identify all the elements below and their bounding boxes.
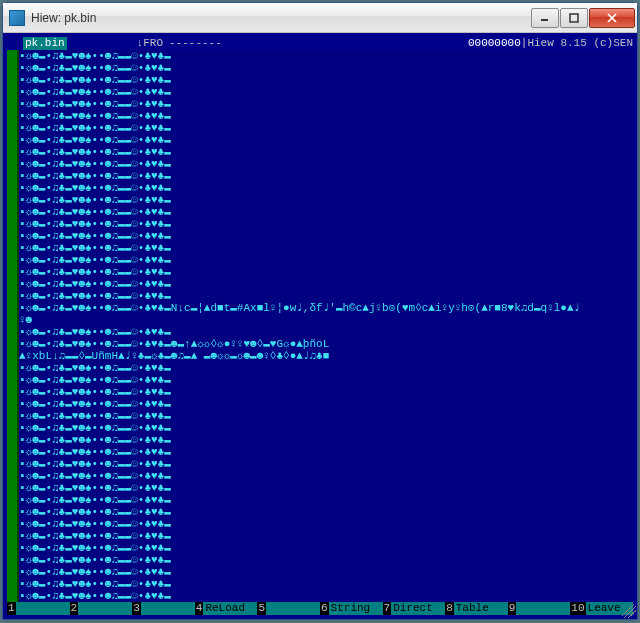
- hex-line: ▪☼☻▬•♫♣▬♥☻♠••☻♫▬▬☺•♣♥♣▬N↓c▬¦▲d■t▬#Ax■l♀¦…: [19, 302, 633, 314]
- hex-line: ▪☼☻▬•♫♣▬♥☻♠••☻♫▬▬☺•♣♥♣▬: [19, 218, 633, 230]
- hex-line: ▪☼☻▬•♫♣▬♥☻♠••☻♫▬▬☺•♣♥♣▬: [19, 446, 633, 458]
- hex-line: ▪☼☻▬•♫♣▬♥☻♠••☻♫▬▬☺•♣♥♣▬: [19, 98, 633, 110]
- hex-line: ▪☼☻▬•♫♣▬♥☻♠••☻♫▬▬☺•♣♥♣▬: [19, 50, 633, 62]
- hex-line: ▪☼☻▬•♫♣▬♥☻♠••☻♫▬▬☺•♣♥♣▬: [19, 470, 633, 482]
- titlebar[interactable]: Hiew: pk.bin: [3, 3, 637, 33]
- status-header: pk.bin ↓FRO -------- 00000000 | Hiew 8.1…: [7, 37, 633, 50]
- hex-line: ▪☼☻▬•♫♣▬♥☻♠••☻♫▬▬☺•♣♥♣▬: [19, 482, 633, 494]
- close-button[interactable]: [589, 8, 635, 28]
- fkey-label: [16, 602, 70, 615]
- hex-line: ▪☼☻▬•♫♣▬♥☻♠••☻♫▬▬☺•♣♥♣▬: [19, 74, 633, 86]
- header-offset: 00000000: [468, 37, 521, 50]
- hex-line: ▪☼☻▬•♫♣▬♥☻♠••☻♫▬▬☺•♣♥♣▬: [19, 170, 633, 182]
- window-title: Hiew: pk.bin: [31, 11, 530, 25]
- hex-line: ▪☼☻▬•♫♣▬♥☻♠••☻♫▬▬☺•♣♥♣▬: [19, 374, 633, 386]
- hex-line: ▪☼☻▬•♫♣▬♥☻♠••☻♫▬▬☺•♣♥♣▬☻▬↑▲☼☼◊☼●♀♀♥☻◊▬♥G…: [19, 338, 633, 350]
- fkey-label: [516, 602, 570, 615]
- hex-line: ▪☼☻▬•♫♣▬♥☻♠••☻♫▬▬☺•♣♥♣▬: [19, 134, 633, 146]
- minimize-button[interactable]: [531, 8, 559, 28]
- close-icon: [607, 13, 617, 23]
- minimize-icon: [540, 13, 550, 23]
- hex-line: ▪☼☻▬•♫♣▬♥☻♠••☻♫▬▬☺•♣♥♣▬: [19, 254, 633, 266]
- fkey-number: 7: [383, 602, 392, 615]
- hex-line: ▪☼☻▬•♫♣▬♥☻♠••☻♫▬▬☺•♣♥♣▬: [19, 494, 633, 506]
- fkey-7[interactable]: 7Direct: [383, 602, 446, 615]
- fkey-9[interactable]: 9: [508, 602, 571, 615]
- hex-line: ▪☼☻▬•♫♣▬♥☻♠••☻♫▬▬☺•♣♥♣▬: [19, 146, 633, 158]
- header-separator: |: [521, 37, 528, 50]
- hex-line: ▪☼☻▬•♫♣▬♥☻♠••☻♫▬▬☺•♣♥♣▬: [19, 590, 633, 602]
- fkey-number: 6: [320, 602, 329, 615]
- hex-line: ▪☼☻▬•♫♣▬♥☻♠••☻♫▬▬☺•♣♥♣▬: [19, 230, 633, 242]
- hex-line: ♀☻: [19, 314, 633, 326]
- header-dashes: --------: [169, 37, 222, 50]
- fkey-4[interactable]: 4ReLoad: [195, 602, 258, 615]
- maximize-button[interactable]: [560, 8, 588, 28]
- maximize-icon: [569, 13, 579, 23]
- fkey-label: [266, 602, 320, 615]
- hex-line: ▪☼☻▬•♫♣▬♥☻♠••☻♫▬▬☺•♣♥♣▬: [19, 290, 633, 302]
- hex-line: ▪☼☻▬•♫♣▬♥☻♠••☻♫▬▬☺•♣♥♣▬: [19, 182, 633, 194]
- fkey-label: String: [329, 602, 383, 615]
- fkey-2[interactable]: 2: [70, 602, 133, 615]
- hex-view-body[interactable]: ▪☼☻▬•♫♣▬♥☻♠••☻♫▬▬☺•♣♥♣▬▪☼☻▬•♫♣▬♥☻♠••☻♫▬▬…: [19, 50, 633, 603]
- fkey-number: 4: [195, 602, 204, 615]
- hex-line: ▪☼☻▬•♫♣▬♥☻♠••☻♫▬▬☺•♣♥♣▬: [19, 242, 633, 254]
- hex-line: ▪☼☻▬•♫♣▬♥☻♠••☻♫▬▬☺•♣♥♣▬: [19, 530, 633, 542]
- hex-line: ▪☼☻▬•♫♣▬♥☻♠••☻♫▬▬☺•♣♥♣▬: [19, 554, 633, 566]
- resize-grip[interactable]: [622, 604, 636, 618]
- fkey-number: 9: [508, 602, 517, 615]
- hex-line: ▪☼☻▬•♫♣▬♥☻♠••☻♫▬▬☺•♣♥♣▬: [19, 434, 633, 446]
- hex-line: ▪☼☻▬•♫♣▬♥☻♠••☻♫▬▬☺•♣♥♣▬: [19, 122, 633, 134]
- window-buttons: [530, 8, 635, 28]
- hex-line: ▪☼☻▬•♫♣▬♥☻♠••☻♫▬▬☺•♣♥♣▬: [19, 326, 633, 338]
- fkey-number: 2: [70, 602, 79, 615]
- hex-line: ▪☼☻▬•♫♣▬♥☻♠••☻♫▬▬☺•♣♥♣▬: [19, 506, 633, 518]
- hex-line: ▪☼☻▬•♫♣▬♥☻♠••☻♫▬▬☺•♣♥♣▬: [19, 62, 633, 74]
- hex-line: ▪☼☻▬•♫♣▬♥☻♠••☻♫▬▬☺•♣♥♣▬: [19, 158, 633, 170]
- fkey-label: ReLoad: [203, 602, 257, 615]
- app-icon: [9, 10, 25, 26]
- fkey-number: 10: [570, 602, 585, 615]
- fkey-number: 1: [7, 602, 16, 615]
- header-filename: pk.bin: [23, 37, 67, 50]
- hex-line: ▲♀xbL↓♫▬▬◊▬UñmH▲♩♀♣▬☼♣▬☻♫▬▲ ▬☻☼☼▬☼☻▬☻♀◊♣…: [19, 350, 633, 362]
- fkey-number: 5: [257, 602, 266, 615]
- fkey-label: [78, 602, 132, 615]
- fkey-1[interactable]: 1: [7, 602, 70, 615]
- hex-line: ▪☼☻▬•♫♣▬♥☻♠••☻♫▬▬☺•♣♥♣▬: [19, 578, 633, 590]
- terminal-client-area: pk.bin ↓FRO -------- 00000000 | Hiew 8.1…: [3, 33, 637, 619]
- hex-line: ▪☼☻▬•♫♣▬♥☻♠••☻♫▬▬☺•♣♥♣▬: [19, 542, 633, 554]
- fkey-6[interactable]: 6String: [320, 602, 383, 615]
- hex-line: ▪☼☻▬•♫♣▬♥☻♠••☻♫▬▬☺•♣♥♣▬: [19, 386, 633, 398]
- fkey-number: 8: [445, 602, 454, 615]
- fkey-label: Direct: [391, 602, 445, 615]
- hex-line: ▪☼☻▬•♫♣▬♥☻♠••☻♫▬▬☺•♣♥♣▬: [19, 110, 633, 122]
- hex-line: ▪☼☻▬•♫♣▬♥☻♠••☻♫▬▬☺•♣♥♣▬: [19, 194, 633, 206]
- hex-line: ▪☼☻▬•♫♣▬♥☻♠••☻♫▬▬☺•♣♥♣▬: [19, 566, 633, 578]
- fkey-label: [141, 602, 195, 615]
- hex-line: ▪☼☻▬•♫♣▬♥☻♠••☻♫▬▬☺•♣♥♣▬: [19, 206, 633, 218]
- header-mode: ↓FRO: [137, 37, 163, 50]
- fkey-label: Table: [454, 602, 508, 615]
- hex-line: ▪☼☻▬•♫♣▬♥☻♠••☻♫▬▬☺•♣♥♣▬: [19, 398, 633, 410]
- fkey-5[interactable]: 5: [257, 602, 320, 615]
- fkey-8[interactable]: 8Table: [445, 602, 508, 615]
- hex-line: ▪☼☻▬•♫♣▬♥☻♠••☻♫▬▬☺•♣♥♣▬: [19, 458, 633, 470]
- svg-rect-1: [570, 14, 578, 22]
- hex-line: ▪☼☻▬•♫♣▬♥☻♠••☻♫▬▬☺•♣♥♣▬: [19, 86, 633, 98]
- hex-line: ▪☼☻▬•♫♣▬♥☻♠••☻♫▬▬☺•♣♥♣▬: [19, 362, 633, 374]
- hex-line: ▪☼☻▬•♫♣▬♥☻♠••☻♫▬▬☺•♣♥♣▬: [19, 518, 633, 530]
- hex-line: ▪☼☻▬•♫♣▬♥☻♠••☻♫▬▬☺•♣♥♣▬: [19, 422, 633, 434]
- hex-line: ▪☼☻▬•♫♣▬♥☻♠••☻♫▬▬☺•♣♥♣▬: [19, 278, 633, 290]
- app-window: Hiew: pk.bin pk.bin ↓FRO -------- 000000…: [2, 2, 638, 620]
- header-product: Hiew 8.15 (c)SEN: [527, 37, 633, 50]
- fkey-number: 3: [132, 602, 141, 615]
- line-gutter: [7, 50, 19, 603]
- function-key-bar: 1234ReLoad56String7Direct8Table910Leave: [7, 602, 633, 615]
- hex-line: ▪☼☻▬•♫♣▬♥☻♠••☻♫▬▬☺•♣♥♣▬: [19, 266, 633, 278]
- fkey-3[interactable]: 3: [132, 602, 195, 615]
- hex-line: ▪☼☻▬•♫♣▬♥☻♠••☻♫▬▬☺•♣♥♣▬: [19, 410, 633, 422]
